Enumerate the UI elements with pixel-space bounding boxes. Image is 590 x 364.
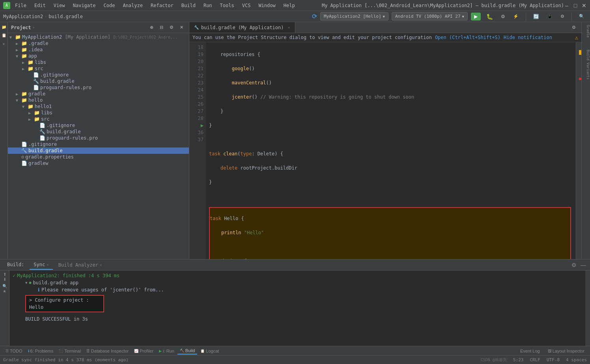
tree-hello1-libs[interactable]: ▶ 📁 libs (8, 110, 189, 116)
tree-app-proguard[interactable]: 📄 proguard-rules.pro (8, 84, 189, 91)
tree-hello1-gitignore[interactable]: 📄 .gitignore (8, 122, 189, 129)
build-gradle-tab[interactable]: 🔧 build.gradle (My Application) ✕ (189, 22, 295, 33)
tree-app-build-gradle[interactable]: 🔧 build.gradle (8, 78, 189, 84)
run-button[interactable]: ▶ (471, 13, 481, 21)
db-inspector-tab[interactable]: 🗄 Database Inspector (84, 348, 131, 354)
locate-button[interactable]: ⊕ (148, 24, 156, 31)
sync-icon[interactable]: ⟳ (312, 13, 317, 20)
code-line-21: jcenter() // Warning: this repository is… (209, 93, 573, 101)
profiler-tab[interactable]: 📈 Profiler (132, 348, 156, 354)
tree-app-gitignore[interactable]: 📄 .gitignore (8, 72, 189, 78)
run-tab[interactable]: ▶ i: Run (157, 348, 177, 354)
favorites-icon[interactable]: ★ (0, 40, 8, 47)
search-everywhere-button[interactable]: 🔍 (577, 13, 587, 20)
sdk-button[interactable]: ⚙ (558, 13, 567, 20)
notification-text: You can use the Project Structure dialog… (192, 35, 432, 40)
build-gradle-app-icon: ● (29, 279, 31, 286)
code-line-31 (210, 243, 570, 250)
tree-root[interactable]: ▼ 📁 MyApplication2 [My Application] D:\0… (8, 34, 189, 40)
menu-navigate[interactable]: Navigate (71, 2, 97, 9)
tree-gradle-folder[interactable]: ▶ 📁 .gradle (8, 40, 189, 47)
menu-edit[interactable]: Edit (33, 2, 47, 9)
scroll-to-top-button[interactable]: ⬆ (3, 272, 6, 276)
terminal-tab[interactable]: ⬛ Terminal (56, 348, 83, 354)
root-build-gradle-arrow (16, 149, 21, 153)
build-variants-icon[interactable]: Build Variants (582, 49, 590, 81)
tree-hello1-src[interactable]: ▶ 📁 src (8, 116, 189, 122)
sync-button[interactable]: 🔄 (531, 13, 541, 21)
configure-project-box: > Configure project : Hello (25, 295, 104, 312)
menu-view[interactable]: View (52, 2, 67, 9)
build-analyzer-tab-close[interactable]: ✕ (100, 263, 102, 267)
close-button[interactable]: ✕ (581, 3, 587, 8)
debug-button[interactable]: 🐛 (484, 12, 495, 21)
menu-analyze[interactable]: Analyze (121, 2, 144, 9)
tree-hello1-folder[interactable]: ▼ 📁 hello1 (8, 103, 189, 110)
sync-tab-close[interactable]: ✕ (47, 263, 49, 267)
build-analyzer-tab[interactable]: Build Analyzer ✕ (54, 261, 106, 269)
menu-file[interactable]: File (13, 2, 28, 9)
avd-button[interactable]: 📱 (545, 13, 555, 20)
close-panel-button[interactable]: ✕ (177, 24, 186, 31)
tree-root-build-gradle[interactable]: 🔧 build.gradle (8, 147, 189, 154)
bookmark-button[interactable]: ★ (3, 289, 6, 293)
scroll-to-bottom-button[interactable]: ⬇ (3, 277, 6, 282)
tree-app-folder[interactable]: ▼ 📁 app (8, 53, 189, 59)
menu-build[interactable]: Build (180, 2, 197, 9)
device-dropdown[interactable]: Android TV (1080p) API 27 ▼ (392, 12, 468, 21)
menu-vcs[interactable]: VCS (241, 2, 252, 9)
build-tab[interactable]: Build: (3, 260, 28, 270)
code-content[interactable]: repositories { google() mavenCentral() j… (206, 42, 576, 259)
todo-tab[interactable]: ☰ TODO (3, 348, 25, 354)
logcat-tab[interactable]: 📋 Logcat (198, 348, 221, 354)
hello-folder-icon: 📁 (21, 97, 27, 103)
tree-hello1-proguard[interactable]: 📄 proguard-rules.pro (8, 135, 189, 141)
build-successful-container: BUILD SUCCESSFUL in 3s (13, 314, 582, 323)
tree-idea-folder[interactable]: ▶ 📁 .idea (8, 47, 189, 53)
open-project-structure-link[interactable]: Open (Ctrl+Alt+Shift+S) (435, 35, 500, 40)
maximize-button[interactable]: □ (573, 3, 578, 8)
bottom-close-button[interactable]: — (580, 261, 587, 269)
gradle-tab-icon: 🔧 (194, 25, 199, 30)
project-breadcrumb[interactable]: MyApplication2 (3, 14, 43, 19)
tree-hello1-build-gradle[interactable]: 🔧 build.gradle (8, 129, 189, 135)
project-dropdown[interactable]: MyApplication2 [Hello] ▼ (320, 12, 388, 21)
build-tab-bottom[interactable]: 🔨 Build (177, 347, 197, 355)
menu-tools[interactable]: Tools (218, 2, 236, 9)
menu-refactor[interactable]: Refactor (149, 2, 175, 9)
root-folder-icon: 📁 (15, 34, 21, 40)
tree-gradle-root[interactable]: ▶ 📁 gradle (8, 91, 189, 97)
menu-code[interactable]: Code (102, 2, 117, 9)
file-breadcrumb[interactable]: build.gradle (49, 14, 83, 19)
menu-run[interactable]: Run (202, 2, 214, 9)
tree-gradlew[interactable]: 📄 gradlew (8, 160, 189, 166)
problems-tab[interactable]: ℹ 6: Problems (26, 348, 56, 354)
filter-button[interactable]: 🔍 (2, 284, 7, 288)
layout-inspector-tab[interactable]: 🖼 Layout Inspector (545, 348, 587, 354)
menu-window[interactable]: Window (257, 2, 277, 9)
sync-tab[interactable]: Sync ✕ (30, 260, 52, 270)
success-icon: ✓ (13, 272, 15, 279)
profile-button[interactable]: ⚙ (499, 13, 508, 21)
tree-app-src[interactable]: ▶ 📁 src (8, 65, 189, 72)
gradle-tool-icon[interactable]: Gradle (582, 24, 590, 39)
code-line-19: google() (209, 65, 573, 72)
line-num-28: 28 (189, 115, 204, 122)
toolbar-divider2 (571, 13, 572, 21)
collapse-button[interactable]: ⊟ (157, 24, 166, 31)
structure-icon[interactable]: 📋 (0, 32, 8, 39)
hide-notification-link[interactable]: Hide notification (504, 35, 552, 40)
minimize-button[interactable]: – (564, 3, 569, 8)
bottom-settings-button[interactable]: ⚙ (571, 261, 577, 269)
attach-button[interactable]: ⚡ (511, 13, 521, 20)
tree-app-libs[interactable]: ▶ 📁 libs (8, 59, 189, 65)
tree-gradle-properties[interactable]: ⚙ gradle.properties (8, 154, 189, 160)
tab-close-icon[interactable]: ✕ (288, 25, 290, 30)
settings-button[interactable]: ⚙ (167, 24, 176, 31)
menu-help[interactable]: Help (282, 2, 297, 9)
editor-settings-button[interactable]: ⚙ (569, 24, 578, 31)
tree-root-gitignore[interactable]: 📄 .gitignore (8, 141, 189, 147)
project-icon[interactable]: 📁 (0, 24, 8, 30)
event-log-tab[interactable]: Event Log (518, 348, 542, 354)
tree-hello-folder[interactable]: ▼ 📁 hello (8, 97, 189, 103)
